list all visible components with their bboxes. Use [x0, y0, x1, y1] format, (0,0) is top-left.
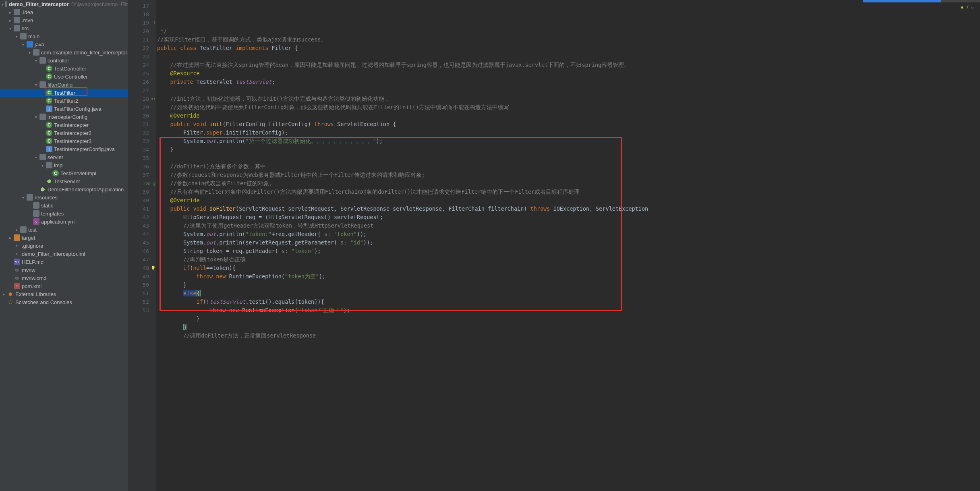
code-line-52[interactable]: } — [157, 323, 980, 331]
tree-item-usercontroller[interactable]: CUserController — [0, 73, 128, 81]
gutter-line-52[interactable]: 52 — [128, 298, 156, 306]
code-line-29[interactable]: Filter.super.init(filterConfig); — [157, 128, 980, 137]
tree-item-testservletimpl[interactable]: CTestServletImpl — [0, 169, 128, 177]
tree-item-application-yml[interactable]: yapplication.yml — [0, 218, 128, 226]
code-line-26[interactable]: //如果初始化代码中要使用到FillerConfig对象，那么这些初始化代码就只… — [157, 103, 980, 112]
tree-item-pom-xml[interactable]: mpom.xml — [0, 282, 128, 290]
code-line-30[interactable]: System.out.println("第一个过滤器成功初始化。。。。。。。。。… — [157, 137, 980, 145]
gutter-line-20[interactable]: 20 — [128, 27, 156, 35]
tree-arrow-icon[interactable]: ▾ — [15, 34, 19, 39]
code-line-53[interactable]: //调用doFilter方法，正常返回servletResponse — [157, 331, 980, 340]
tree-item-main[interactable]: ▾main — [0, 32, 128, 40]
gutter-line-37[interactable]: 37 — [128, 171, 156, 179]
gutter-line-34[interactable]: 34 — [128, 145, 156, 154]
gutter-line-39[interactable]: 39 — [128, 188, 156, 196]
gutter[interactable]: 171819I202122232425262728o↑2930313233343… — [128, 0, 156, 491]
code-line-42[interactable]: System.out.println(servletRequest.getPar… — [157, 238, 980, 247]
gutter-line-19[interactable]: 19I — [128, 19, 156, 27]
gutter-line-17[interactable]: 17 — [128, 2, 156, 10]
code-editor[interactable]: *///实现Filter接口，基于回调的方式，类似ajax请求的success。… — [156, 0, 980, 491]
code-line-50[interactable]: throw new RuntimeException("token不正确！"); — [157, 306, 980, 315]
tree-item-static[interactable]: static — [0, 201, 128, 209]
gutter-line-32[interactable]: 32 — [128, 128, 156, 137]
gutter-line-49[interactable]: 49 — [128, 272, 156, 281]
tree-arrow-icon[interactable]: ▸ — [15, 228, 19, 232]
gutter-line-44[interactable]: 44 — [128, 230, 156, 238]
tree-item--mvn[interactable]: ▸.mvn — [0, 16, 128, 24]
code-line-25[interactable]: //init方法，初始化过滤器，可以在init()方法中完成与构造方法类似的初始… — [157, 95, 980, 103]
code-line-41[interactable]: System.out.println("token:"+req.getHeade… — [157, 230, 980, 238]
code-line-37[interactable]: @Override — [157, 196, 980, 205]
code-line-19[interactable]: public class TestFilter implements Filte… — [157, 44, 980, 52]
gutter-line-23[interactable]: 23 — [128, 52, 156, 61]
tree-item-intercepterconfig[interactable]: ▾intercepterConfig — [0, 113, 128, 121]
tree-item--idea[interactable]: ▸.idea — [0, 8, 128, 16]
code-line-34[interactable]: //参数request和response为Web服务器或Filter链中的上一个… — [157, 171, 980, 179]
gutter-line-26[interactable]: 26 — [128, 78, 156, 86]
tree-arrow-icon[interactable]: ▾ — [21, 42, 25, 47]
tree-item-testintercepter[interactable]: CTestIntercepter — [0, 121, 128, 129]
tree-item-testintercepterconfig-java[interactable]: jTestIntercepterConfig.java — [0, 145, 128, 153]
gutter-line-46[interactable]: 46 — [128, 247, 156, 255]
tree-item-external-libraries[interactable]: ▸⬢External Libraries — [0, 290, 128, 298]
project-tree[interactable]: ▾demo_Filter_InterceptorD:\javaproject\d… — [0, 0, 128, 491]
tree-arrow-icon[interactable]: ▸ — [8, 10, 12, 15]
tree-item-help-md[interactable]: M↓HELP.md — [0, 258, 128, 266]
code-line-49[interactable]: if(!testServlet.test1().equals(token)){ — [157, 298, 980, 306]
code-line-22[interactable]: @Resource — [157, 69, 980, 78]
tree-item-scratches-and-consoles[interactable]: ⬡Scratches and Consoles — [0, 298, 128, 306]
code-line-44[interactable]: //再判断token是否正确 — [157, 255, 980, 264]
gutter-line-31[interactable]: 31 — [128, 120, 156, 128]
tree-arrow-icon[interactable]: ▾ — [34, 83, 38, 87]
tree-arrow-icon[interactable]: ▾ — [2, 2, 4, 6]
code-line-47[interactable]: } — [157, 281, 980, 289]
gutter-line-25[interactable]: 25 — [128, 69, 156, 78]
code-line-40[interactable]: //这里为了使用getHeader方法获取token，转型成HttpServle… — [157, 222, 980, 230]
gutter-line-45[interactable]: 45 — [128, 238, 156, 247]
tree-arrow-icon[interactable]: ▾ — [40, 163, 44, 168]
tree-item-src[interactable]: ▾src — [0, 24, 128, 32]
tree-item-demofilterinterceptorapplication[interactable]: ◐DemoFilterInterceptorApplication — [0, 185, 128, 193]
code-line-20[interactable] — [157, 52, 980, 61]
tree-item-testfilter[interactable]: CTestFilter — [0, 89, 128, 97]
tree-arrow-icon[interactable]: ▾ — [34, 115, 38, 119]
tree-item-target[interactable]: ▸target — [0, 234, 128, 242]
tree-item-java[interactable]: ▾java — [0, 40, 128, 48]
tree-item-controller[interactable]: ▾controller — [0, 56, 128, 64]
gutter-line-27[interactable]: 27 — [128, 86, 156, 95]
tree-arrow-icon[interactable]: ▸ — [8, 236, 12, 240]
code-line-35[interactable]: //参数chain代表当前Filter链的对象, — [157, 179, 980, 188]
tree-arrow-icon[interactable]: ▸ — [8, 18, 12, 23]
code-line-28[interactable]: public void init(FilterConfig filterConf… — [157, 120, 980, 128]
tree-arrow-icon[interactable]: ▾ — [21, 195, 25, 200]
tree-arrow-icon[interactable]: ▾ — [8, 26, 12, 31]
gutter-line-36[interactable]: 36 — [128, 162, 156, 171]
code-line-51[interactable]: } — [157, 315, 980, 323]
tree-item-filterconfig[interactable]: ▾filterConfig — [0, 81, 128, 89]
code-line-38[interactable]: public void doFilter(ServletRequest serv… — [157, 205, 980, 213]
tree-item-demo-filter-interceptor[interactable]: ▾demo_Filter_InterceptorD:\javaproject\d… — [0, 0, 128, 8]
tree-item-mvnw-cmd[interactable]: ⧉mvnw.cmd — [0, 274, 128, 282]
tree-item-resources[interactable]: ▾resources — [0, 193, 128, 201]
code-line-43[interactable]: String token = req.getHeader( s: "token"… — [157, 247, 980, 255]
code-line-21[interactable]: //在过滤器中无法直接注入spring管理的bean，原因可能是加载顺序问题，过… — [157, 61, 980, 69]
code-line-24[interactable] — [157, 86, 980, 95]
code-line-31[interactable]: } — [157, 145, 980, 154]
code-line-18[interactable]: //实现Filter接口，基于回调的方式，类似ajax请求的success。 — [157, 35, 980, 44]
tree-item-templates[interactable]: templates — [0, 209, 128, 218]
gutter-line-42[interactable]: 42 — [128, 213, 156, 222]
tree-arrow-icon[interactable]: ▾ — [27, 50, 31, 55]
tree-item-testservlet[interactable]: ●TestServlet — [0, 177, 128, 185]
tree-item-servlet[interactable]: ▾servlet — [0, 153, 128, 161]
code-line-36[interactable]: //只有在当前Filter对象中的doFilter()方法内部需要调用Filte… — [157, 188, 980, 196]
tree-arrow-icon[interactable]: ▾ — [34, 155, 38, 160]
code-line-33[interactable]: //doFilter()方法有多个参数，其中 — [157, 162, 980, 171]
gutter-line-51[interactable]: 51 — [128, 289, 156, 298]
tree-item-test[interactable]: ▸test — [0, 226, 128, 234]
tree-item-com-example-demo-filter-interceptor[interactable]: ▾com.example.demo_filter_interceptor — [0, 48, 128, 56]
gutter-line-43[interactable]: 43 — [128, 222, 156, 230]
tree-arrow-icon[interactable]: ▸ — [2, 292, 6, 296]
code-line-23[interactable]: private TestServlet testServlet; — [157, 78, 980, 86]
code-line-17[interactable]: */ — [157, 27, 980, 35]
gutter-line-18[interactable]: 18 — [128, 10, 156, 19]
